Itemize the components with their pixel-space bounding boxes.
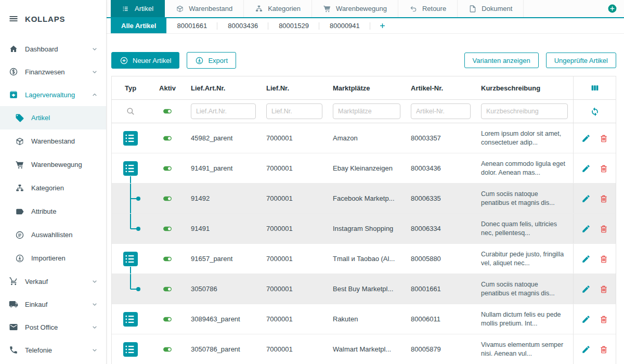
- sidebar-item-attribute[interactable]: Attribute: [0, 200, 106, 223]
- tag-icon: [15, 113, 24, 123]
- article-tab-80001661[interactable]: 80001661: [166, 18, 217, 33]
- typ-cell: [112, 304, 149, 334]
- sidebar-item-lagerverwaltung[interactable]: Lagerverwaltung: [0, 83, 106, 106]
- table-row[interactable]: 91491_parent7000001Ebay Kleinanzeigen800…: [112, 153, 616, 184]
- table-row[interactable]: 45982_parent7000001Amazon80003357Lorem i…: [112, 123, 616, 153]
- edit-icon[interactable]: [581, 284, 591, 294]
- edit-icon[interactable]: [581, 164, 591, 173]
- menu-icon[interactable]: [8, 14, 19, 24]
- edit-icon[interactable]: [581, 254, 591, 264]
- marktplatz-cell: Rakuten: [328, 304, 406, 334]
- marktplatz-cell: Amazon: [328, 123, 406, 153]
- active-toggle-icon[interactable]: [162, 344, 173, 355]
- sidebar-item-post-office[interactable]: Post Office: [0, 316, 106, 339]
- col-header-artikel-nr[interactable]: Artikel-Nr.: [406, 76, 476, 99]
- active-toggle-icon[interactable]: [162, 254, 173, 264]
- article-tab-alle-artikel[interactable]: Alle Artikel: [111, 18, 166, 33]
- article-type-icon[interactable]: [123, 312, 138, 327]
- sidebar-item-einkauf[interactable]: Einkauf: [0, 293, 106, 316]
- export-button[interactable]: Export: [187, 52, 236, 69]
- kurzbeschreibung-cell: Nullam dictum felis eu pede mollis preti…: [476, 304, 573, 334]
- col-header-typ[interactable]: Typ: [112, 76, 149, 99]
- delete-icon[interactable]: [599, 224, 608, 233]
- edit-icon[interactable]: [581, 315, 591, 324]
- sidebar-item-warenbewegung[interactable]: Warenbewegung: [0, 153, 106, 176]
- delete-icon[interactable]: [599, 284, 608, 294]
- sidebar-item-kategorien[interactable]: Kategorien: [0, 176, 106, 200]
- kurzbeschreibung-cell: Aenean commodo ligula eget dolor. Aenean…: [476, 153, 573, 183]
- filter-lief-nr-input[interactable]: [266, 103, 322, 119]
- columns-icon[interactable]: [590, 83, 600, 93]
- active-toggle-icon[interactable]: [162, 163, 173, 174]
- tab-artikel[interactable]: Artikel: [111, 0, 165, 17]
- tab-dokument[interactable]: Dokument: [458, 0, 524, 17]
- new-article-button[interactable]: Neuer Artikel: [111, 52, 179, 69]
- sidebar-item-finanzwesen[interactable]: Finanzwesen: [0, 60, 106, 83]
- col-header-marktplaetze[interactable]: Marktplätze: [328, 76, 406, 99]
- table-row[interactable]: 914917000001Instagram Shopping80006334Do…: [112, 214, 616, 244]
- article-tab-80001529[interactable]: 80001529: [268, 18, 319, 33]
- col-header-lief-art-nr[interactable]: Lief.Art.Nr.: [186, 76, 261, 99]
- show-variants-button[interactable]: Varianten anzeigen: [464, 53, 539, 68]
- sidebar-item-dashboard[interactable]: Dashboard: [0, 37, 106, 60]
- filter-aktiv-cell: [149, 100, 186, 123]
- tab-kategorien[interactable]: Kategorien: [244, 0, 312, 17]
- active-toggle-icon[interactable]: [162, 193, 173, 204]
- active-toggle-icon[interactable]: [162, 224, 173, 234]
- artikel-nr-cell: 80006335: [406, 184, 476, 213]
- filter-lief-art-nr-input[interactable]: [191, 103, 256, 119]
- refresh-icon[interactable]: [590, 106, 600, 116]
- sidebar-item-artikel[interactable]: Artikel: [0, 106, 106, 129]
- add-article-tab-icon[interactable]: [379, 22, 386, 30]
- col-header-aktiv[interactable]: Aktiv: [149, 76, 186, 99]
- tab-retoure[interactable]: Retoure: [398, 0, 458, 17]
- delete-icon[interactable]: [599, 345, 608, 354]
- delete-icon[interactable]: [599, 315, 608, 324]
- delete-icon[interactable]: [599, 194, 608, 203]
- sidebar-item-auswahllisten[interactable]: Auswahllisten: [0, 223, 106, 246]
- active-toggle-icon[interactable]: [162, 314, 173, 324]
- edit-icon[interactable]: [581, 134, 591, 143]
- filter-artikel-nr-input[interactable]: [411, 103, 471, 119]
- sidebar-item-importieren[interactable]: Importieren: [0, 246, 106, 270]
- tab-warenbewegung[interactable]: Warenbewegung: [312, 0, 398, 17]
- delete-icon[interactable]: [599, 134, 608, 143]
- warehouse-icon: [9, 90, 18, 99]
- article-tab-label: 80001661: [177, 22, 207, 30]
- filter-marktplaetze-input[interactable]: [333, 103, 400, 119]
- delete-icon[interactable]: [599, 164, 608, 173]
- article-type-icon[interactable]: [123, 161, 138, 176]
- delete-icon[interactable]: [599, 254, 608, 264]
- unchecked-articles-button[interactable]: Ungeprüfte Artikel: [546, 53, 616, 68]
- filter-kurzbeschreibung-input[interactable]: [481, 103, 568, 119]
- edit-icon[interactable]: [581, 224, 591, 233]
- lief-art-nr-cell: 91491_parent: [186, 153, 261, 183]
- filter-kurzbeschreibung-cell: [476, 100, 573, 123]
- table-row[interactable]: 914927000001Facebook Marketp...80006335C…: [112, 184, 616, 214]
- col-header-kurzbeschreibung[interactable]: Kurzbeschreibung: [476, 76, 573, 99]
- article-tab-80003436[interactable]: 80003436: [217, 18, 268, 33]
- sidebar-item-verkauf[interactable]: Verkauf: [0, 270, 106, 293]
- tree-dot: [136, 197, 140, 201]
- add-tab-icon[interactable]: [607, 4, 617, 14]
- sidebar-item-label: Warenbewegung: [31, 161, 82, 168]
- article-type-icon[interactable]: [123, 131, 138, 146]
- table-row[interactable]: 30507867000001Best Buy Marketpl...800016…: [112, 274, 616, 304]
- table-row[interactable]: 91657_parent7000001Tmall и Taobao (Al...…: [112, 244, 616, 274]
- tab-warenbestand[interactable]: Warenbestand: [165, 0, 244, 17]
- table-row[interactable]: 3050786_parent7000001Walmart Marketpl...…: [112, 334, 616, 364]
- active-toggle-icon[interactable]: [162, 133, 173, 144]
- edit-icon[interactable]: [581, 194, 591, 203]
- filter-actions-cell: [573, 100, 616, 123]
- article-tab-80000941[interactable]: 80000941: [319, 18, 370, 33]
- article-type-icon[interactable]: [123, 252, 138, 266]
- article-type-icon[interactable]: [123, 342, 138, 357]
- lief-nr-cell: 7000001: [261, 123, 328, 153]
- col-header-lief-nr[interactable]: Lief.Nr.: [261, 76, 328, 99]
- active-toggle-icon[interactable]: [162, 106, 173, 116]
- active-toggle-icon[interactable]: [162, 284, 173, 294]
- table-row[interactable]: 3089463_parent7000001Rakuten80006011Null…: [112, 304, 616, 334]
- sidebar-item-warenbestand[interactable]: Warenbestand: [0, 129, 106, 153]
- sidebar-item-telefonie[interactable]: Telefonie: [0, 339, 106, 361]
- edit-icon[interactable]: [581, 345, 591, 354]
